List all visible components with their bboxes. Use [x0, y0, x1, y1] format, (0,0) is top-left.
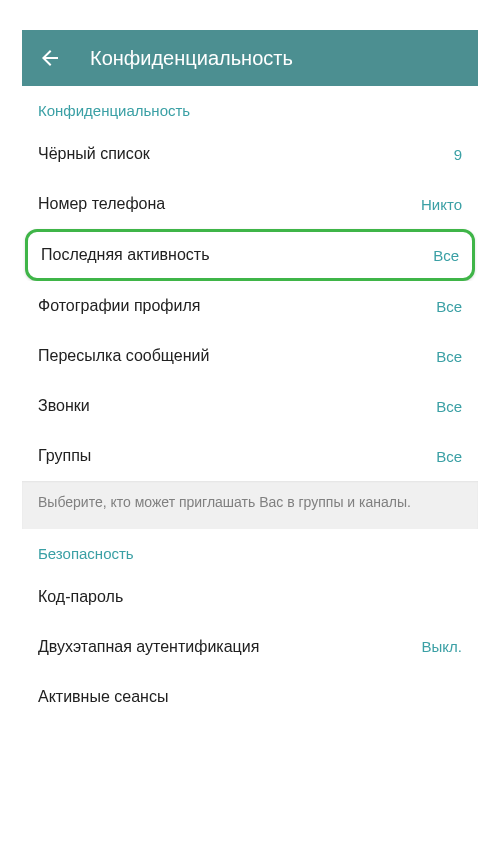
row-value: Все — [436, 448, 462, 465]
row-value: Никто — [421, 196, 462, 213]
row-value: Все — [433, 247, 459, 264]
row-forwarded-messages[interactable]: Пересылка сообщений Все — [22, 331, 478, 381]
row-calls[interactable]: Звонки Все — [22, 381, 478, 431]
row-value: Все — [436, 298, 462, 315]
row-passcode[interactable]: Код-пароль — [22, 572, 478, 622]
row-label: Активные сеансы — [38, 688, 168, 706]
row-profile-photos[interactable]: Фотографии профиля Все — [22, 281, 478, 331]
page-title: Конфиденциальность — [90, 47, 293, 70]
privacy-hint: Выберите, кто может приглашать Вас в гру… — [22, 481, 478, 529]
content-area: Конфиденциальность Чёрный список 9 Номер… — [22, 86, 478, 722]
row-label: Двухэтапная аутентификация — [38, 638, 259, 656]
row-value: 9 — [454, 146, 462, 163]
privacy-section-header: Конфиденциальность — [22, 86, 478, 129]
row-label: Последняя активность — [41, 246, 209, 264]
row-label: Пересылка сообщений — [38, 347, 209, 365]
row-label: Чёрный список — [38, 145, 150, 163]
row-label: Номер телефона — [38, 195, 165, 213]
row-value: Все — [436, 348, 462, 365]
settings-screen: Конфиденциальность Конфиденциальность Чё… — [22, 30, 478, 813]
row-two-step-verification[interactable]: Двухэтапная аутентификация Выкл. — [22, 622, 478, 672]
row-blacklist[interactable]: Чёрный список 9 — [22, 129, 478, 179]
row-groups[interactable]: Группы Все — [22, 431, 478, 481]
security-section-header: Безопасность — [22, 529, 478, 572]
row-label: Звонки — [38, 397, 90, 415]
row-value: Все — [436, 398, 462, 415]
row-value: Выкл. — [422, 638, 462, 655]
row-label: Код-пароль — [38, 588, 123, 606]
back-arrow-icon[interactable] — [38, 46, 62, 70]
row-active-sessions[interactable]: Активные сеансы — [22, 672, 478, 722]
row-phone-number[interactable]: Номер телефона Никто — [22, 179, 478, 229]
row-last-seen[interactable]: Последняя активность Все — [25, 229, 475, 281]
row-label: Группы — [38, 447, 91, 465]
app-header: Конфиденциальность — [22, 30, 478, 86]
row-label: Фотографии профиля — [38, 297, 200, 315]
